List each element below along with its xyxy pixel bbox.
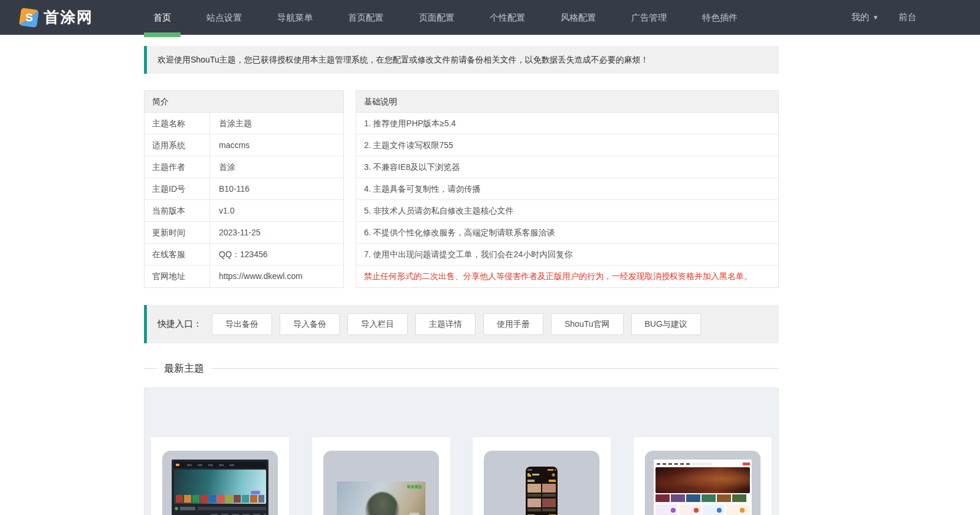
logo-text: 首涂网 bbox=[44, 7, 93, 28]
chevron-down-icon: ▼ bbox=[873, 14, 879, 21]
theme-screenshot-light-site bbox=[654, 460, 752, 515]
nav-item-personal-config[interactable]: 个性配置 bbox=[480, 0, 535, 35]
nav-item-style-config[interactable]: 风格配置 bbox=[551, 0, 605, 35]
note-row: 6. 不提供个性化修改服务，高端定制请联系客服洽谈 bbox=[356, 222, 778, 244]
welcome-alert: 欢迎使用ShouTu主题，您已获得授权使用本主题管理系统，在您配置或修改文件前请… bbox=[144, 46, 779, 74]
table-row: 官网地址 https://www.dkewl.com bbox=[145, 265, 343, 287]
table-row: 在线客服 QQ：123456 bbox=[145, 244, 343, 265]
mock-caption-row bbox=[527, 509, 556, 511]
user-manual-button[interactable]: 使用手册 bbox=[483, 313, 543, 335]
theme-preview-frame bbox=[162, 451, 278, 515]
main-menu: 首页 站点设置 导航菜单 首页配置 页面配置 个性配置 风格配置 广告管理 特色… bbox=[144, 0, 763, 35]
mock-hero-banner bbox=[174, 470, 266, 504]
row-value: v1.0 bbox=[210, 200, 343, 221]
note-row: 5. 非技术人员请勿私自修改主题核心文件 bbox=[356, 200, 778, 222]
heading-line-left bbox=[144, 368, 157, 369]
my-dropdown-label: 我的 bbox=[851, 12, 869, 23]
nav-item-home[interactable]: 首页 bbox=[144, 0, 181, 35]
play-icon: ▶ bbox=[409, 513, 419, 515]
table-row: 主题ID号 B10-116 bbox=[145, 178, 343, 200]
quick-entry-label: 快捷入口： bbox=[158, 319, 202, 330]
table-row: 更新时间 2023-11-25 bbox=[145, 222, 343, 244]
table-row: 适用系统 maccms bbox=[145, 135, 343, 156]
mock-thumb-row bbox=[527, 498, 556, 507]
theme-screenshot-dark-site bbox=[172, 460, 268, 515]
table-row: 主题名称 首涂主题 bbox=[145, 113, 343, 135]
export-backup-button[interactable]: 导出备份 bbox=[212, 313, 272, 335]
navbar-right: 我的 ▼ 前台 bbox=[851, 12, 980, 23]
mock-thumb-row bbox=[527, 484, 556, 493]
theme-preview-frame bbox=[484, 451, 599, 515]
logo-monogram: S bbox=[25, 11, 33, 24]
mock-app-header bbox=[527, 473, 556, 477]
theme-preview-frame bbox=[645, 451, 761, 515]
bug-suggestion-button[interactable]: BUG与建议 bbox=[631, 313, 701, 335]
mock-section-label bbox=[527, 480, 556, 482]
import-backup-button[interactable]: 导入备份 bbox=[280, 313, 340, 335]
theme-card-4[interactable] bbox=[633, 437, 772, 515]
row-label: 更新时间 bbox=[145, 222, 210, 243]
note-row: 2. 主题文件读写权限755 bbox=[356, 135, 778, 156]
row-label: 官网地址 bbox=[145, 265, 210, 287]
notes-table-header: 基础说明 bbox=[356, 91, 778, 113]
theme-card-1[interactable] bbox=[150, 437, 290, 515]
note-row: 1. 推荐使用PHP版本≥5.4 bbox=[356, 113, 778, 135]
nav-item-ad-manage[interactable]: 广告管理 bbox=[622, 0, 676, 35]
info-tables: 简介 主题名称 首涂主题 适用系统 maccms 主题作者 首涂 主题ID号 B… bbox=[144, 90, 779, 288]
row-label: 主题名称 bbox=[145, 113, 210, 134]
nav-item-home-config[interactable]: 首页配置 bbox=[339, 0, 393, 35]
nav-item-site-settings[interactable]: 站点设置 bbox=[197, 0, 251, 35]
front-site-link[interactable]: 前台 bbox=[899, 12, 916, 23]
import-columns-button[interactable]: 导入栏目 bbox=[348, 313, 408, 335]
row-label: 适用系统 bbox=[145, 135, 210, 156]
theme-details-button[interactable]: 主题详情 bbox=[415, 313, 476, 335]
nav-item-feature-plugins[interactable]: 特色插件 bbox=[693, 0, 747, 35]
mock-meta-row bbox=[174, 507, 266, 510]
mock-caption-row bbox=[527, 494, 556, 497]
mock-thumbnail-strip bbox=[655, 494, 750, 502]
theme-card-2[interactable]: 首涂播放 ▶ bbox=[312, 437, 451, 515]
row-value: 2023-11-25 bbox=[210, 222, 343, 243]
row-value: B10-116 bbox=[210, 178, 343, 199]
intro-table-header: 简介 bbox=[145, 91, 343, 113]
player-watermark: 首涂播放 bbox=[407, 484, 422, 490]
mock-navbar bbox=[655, 461, 750, 466]
quick-entry-bar: 快捷入口： 导出备份 导入备份 导入栏目 主题详情 使用手册 ShouTu官网 … bbox=[144, 305, 779, 343]
theme-screenshot-video-player: 首涂播放 ▶ bbox=[337, 481, 425, 515]
logo-icon: S bbox=[19, 8, 39, 28]
site-logo[interactable]: S 首涂网 bbox=[0, 7, 144, 28]
welcome-alert-text: 欢迎使用ShouTu主题，您已获得授权使用本主题管理系统，在您配置或修改文件前请… bbox=[158, 55, 649, 65]
license-warning-text: 禁止任何形式的二次出售、分享他人等侵害作者及正版用户的行为，一经发现取消授权资格… bbox=[356, 265, 778, 287]
row-label: 在线客服 bbox=[145, 244, 210, 265]
table-row: 主题作者 首涂 bbox=[145, 156, 343, 178]
mock-hero-banner bbox=[655, 467, 750, 493]
mock-info-cards bbox=[655, 504, 750, 515]
theme-card-3[interactable] bbox=[472, 437, 611, 515]
row-label: 当前版本 bbox=[145, 200, 210, 221]
row-value: QQ：123456 bbox=[210, 244, 343, 265]
mock-thumbnail-strip bbox=[176, 495, 264, 503]
shoutu-official-site-button[interactable]: ShouTu官网 bbox=[551, 313, 624, 335]
row-label: 主题ID号 bbox=[145, 178, 210, 199]
latest-themes-heading: 最新主题 bbox=[144, 362, 779, 375]
row-label: 主题作者 bbox=[145, 156, 210, 178]
row-value: maccms bbox=[210, 135, 343, 156]
row-value: 首涂主题 bbox=[210, 113, 343, 134]
theme-preview-frame: 首涂播放 ▶ bbox=[323, 451, 439, 515]
mock-status-bar bbox=[527, 469, 556, 471]
row-value: 首涂 bbox=[210, 156, 343, 178]
notes-table: 基础说明 1. 推荐使用PHP版本≥5.4 2. 主题文件读写权限755 3. … bbox=[356, 90, 779, 288]
note-row: 3. 不兼容IE8及以下浏览器 bbox=[356, 156, 778, 178]
nav-item-nav-menu[interactable]: 导航菜单 bbox=[268, 0, 322, 35]
my-dropdown[interactable]: 我的 ▼ bbox=[851, 12, 879, 23]
top-navbar: S 首涂网 首页 站点设置 导航菜单 首页配置 页面配置 个性配置 风格配置 广… bbox=[0, 0, 980, 35]
theme-screenshot-mobile-app bbox=[526, 467, 558, 515]
mock-person-figure bbox=[365, 492, 399, 515]
nav-item-page-config[interactable]: 页面配置 bbox=[409, 0, 464, 35]
latest-themes-section: 首涂播放 ▶ bbox=[144, 388, 779, 515]
table-row: 当前版本 v1.0 bbox=[145, 200, 343, 222]
heading-line-right bbox=[211, 368, 779, 369]
main-content: 欢迎使用ShouTu主题，您已获得授权使用本主题管理系统，在您配置或修改文件前请… bbox=[144, 46, 779, 515]
official-site-url: https://www.dkewl.com bbox=[210, 265, 343, 287]
note-row: 4. 主题具备可复制性，请勿传播 bbox=[356, 178, 778, 200]
